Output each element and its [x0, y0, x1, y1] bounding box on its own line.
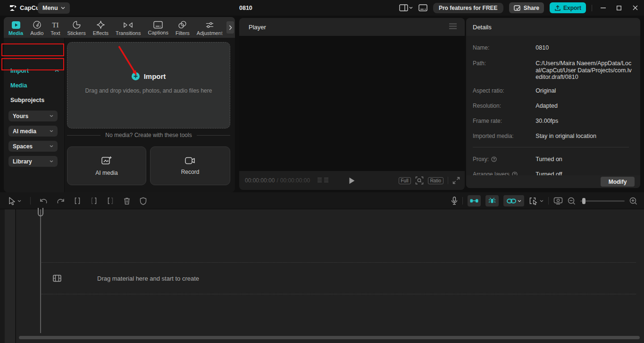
- tab-label: Stickers: [67, 30, 86, 36]
- detail-row-proxy: Proxy: Turned on: [473, 156, 633, 163]
- sidebar-dropdown-ai-media[interactable]: AI media: [8, 126, 58, 137]
- redo-icon[interactable]: [57, 197, 65, 205]
- tab-effects[interactable]: Effects: [93, 19, 109, 36]
- detail-value: C:/Users/Maira Naeem/AppData/Local/CapCu…: [535, 60, 633, 81]
- tab-filters[interactable]: Filters: [176, 19, 190, 36]
- export-button[interactable]: Export: [550, 2, 586, 13]
- sidebar-dropdown-yours[interactable]: Yours: [8, 111, 58, 121]
- modify-button[interactable]: Modify: [601, 177, 635, 187]
- filters-icon: [178, 20, 187, 29]
- sidebar-dropdown-library[interactable]: Library: [8, 156, 58, 167]
- trim-left-icon[interactable]: [90, 197, 98, 205]
- select-tool-button[interactable]: [8, 197, 21, 205]
- details-footer: Modify: [466, 175, 640, 188]
- details-divider: [473, 147, 629, 147]
- timeline-left-edge: [0, 209, 5, 343]
- detail-row-path: Path: C:/Users/Maira Naeem/AppData/Local…: [473, 60, 633, 81]
- auto-select-clips-icon[interactable]: [529, 197, 544, 205]
- layout-preset-button[interactable]: [418, 4, 427, 11]
- minimize-button[interactable]: [598, 3, 608, 13]
- toolbar-divider: [462, 197, 463, 205]
- detail-row-aspect-ratio: Aspect ratio: Original: [473, 87, 633, 94]
- import-dropzone[interactable]: Import Drag and drop videos, photos, and…: [67, 42, 230, 129]
- timecode-display: 00:00:00:00 / 00:00:00:00: [245, 177, 310, 184]
- dropdown-label: Library: [13, 158, 32, 165]
- chevron-down-icon: [518, 200, 521, 202]
- slider-handle[interactable]: [582, 198, 585, 204]
- tab-label: Captions: [148, 30, 168, 35]
- tab-transitions[interactable]: Transitions: [116, 19, 141, 36]
- player-menu-icon[interactable]: [449, 23, 457, 29]
- audio-icon: [33, 20, 42, 29]
- info-icon[interactable]: [491, 156, 497, 162]
- tab-captions[interactable]: Captions: [148, 19, 168, 35]
- timeline-zoom-slider[interactable]: [580, 197, 625, 204]
- tab-text[interactable]: TI Text: [50, 19, 60, 36]
- ai-media-card[interactable]: AI media: [67, 146, 146, 185]
- zoom-focus-icon[interactable]: [415, 176, 424, 185]
- tab-label: Transitions: [116, 30, 141, 36]
- split-icon[interactable]: [74, 197, 81, 205]
- detail-row-name: Name: 0810: [473, 44, 633, 51]
- playhead-line: [40, 209, 41, 333]
- tab-stickers[interactable]: Stickers: [67, 19, 86, 36]
- timeline-horizontal-scrollbar[interactable]: [19, 336, 640, 339]
- link-clips-icon[interactable]: [503, 195, 524, 206]
- detail-value: Original: [535, 87, 633, 94]
- sidebar-item-media[interactable]: Media: [4, 79, 65, 92]
- sidebar-item-import[interactable]: Import: [4, 64, 65, 77]
- detail-label: Aspect ratio:: [473, 87, 535, 94]
- maximize-button[interactable]: [614, 3, 624, 13]
- record-voiceover-icon[interactable]: [451, 197, 458, 205]
- capcut-window: CapCut Menu 0810 Pro features for FREE S…: [0, 0, 644, 343]
- track-dropzone[interactable]: Drag material here and start to create: [42, 262, 636, 294]
- playback-quality-icon[interactable]: [317, 177, 329, 184]
- tabs-scroll-next-button[interactable]: [226, 21, 234, 34]
- tab-media[interactable]: Media: [8, 19, 23, 36]
- track-header-gutter: [5, 209, 16, 343]
- pro-features-button[interactable]: Pro features for FREE: [433, 3, 503, 13]
- stickers-icon: [72, 20, 81, 29]
- import-title: Import: [144, 72, 166, 80]
- delete-icon[interactable]: [123, 197, 131, 205]
- mask-shield-icon[interactable]: [140, 197, 147, 205]
- layout-panel-button[interactable]: [399, 4, 413, 11]
- record-card-label: Record: [181, 169, 200, 175]
- player-title: Player: [249, 24, 266, 31]
- record-camera-icon: [184, 156, 196, 165]
- timecode-separator: /: [276, 177, 278, 184]
- export-icon: [554, 5, 561, 11]
- import-plus-icon: [132, 72, 140, 80]
- share-button[interactable]: Share: [509, 2, 544, 13]
- play-button[interactable]: [349, 177, 355, 184]
- chevron-down-icon: [50, 130, 53, 132]
- toolbar-divider: [548, 197, 549, 205]
- close-button[interactable]: [630, 3, 640, 13]
- tab-label: Text: [50, 30, 60, 36]
- sidebar-item-subprojects[interactable]: Subprojects: [4, 95, 65, 105]
- record-card[interactable]: Record: [150, 146, 230, 185]
- details-title: Details: [473, 24, 492, 31]
- main-track-magnet-icon[interactable]: [485, 195, 499, 206]
- menu-button[interactable]: Menu: [38, 2, 70, 14]
- preview-axis-icon[interactable]: [553, 197, 563, 205]
- detail-label: Name:: [473, 44, 535, 51]
- ratio-button[interactable]: Ratio: [428, 177, 443, 184]
- zoom-in-icon[interactable]: [629, 197, 637, 205]
- tab-audio[interactable]: Audio: [30, 19, 43, 36]
- auto-snap-icon[interactable]: [468, 195, 481, 206]
- playhead-handle[interactable]: [38, 208, 43, 216]
- dropdown-label: Yours: [13, 113, 28, 120]
- player-panel: Player 00:00:00:00 / 00:00:00:00 Full Ra…: [239, 18, 465, 190]
- import-hint: Drag and drop videos, photos, and audio …: [67, 87, 230, 94]
- trim-right-icon[interactable]: [107, 197, 114, 205]
- media-panel: Media Audio TI Text Stickers Effects: [4, 17, 235, 192]
- full-preview-button[interactable]: Full: [399, 177, 411, 184]
- zoom-out-icon[interactable]: [568, 197, 576, 205]
- export-label: Export: [563, 5, 581, 11]
- sidebar-dropdown-spaces[interactable]: Spaces: [8, 141, 58, 152]
- fullscreen-icon[interactable]: [452, 177, 460, 184]
- title-bar: CapCut Menu 0810 Pro features for FREE S…: [0, 0, 644, 16]
- undo-icon[interactable]: [40, 197, 48, 205]
- timeline-area[interactable]: Drag material here and start to create: [0, 209, 644, 343]
